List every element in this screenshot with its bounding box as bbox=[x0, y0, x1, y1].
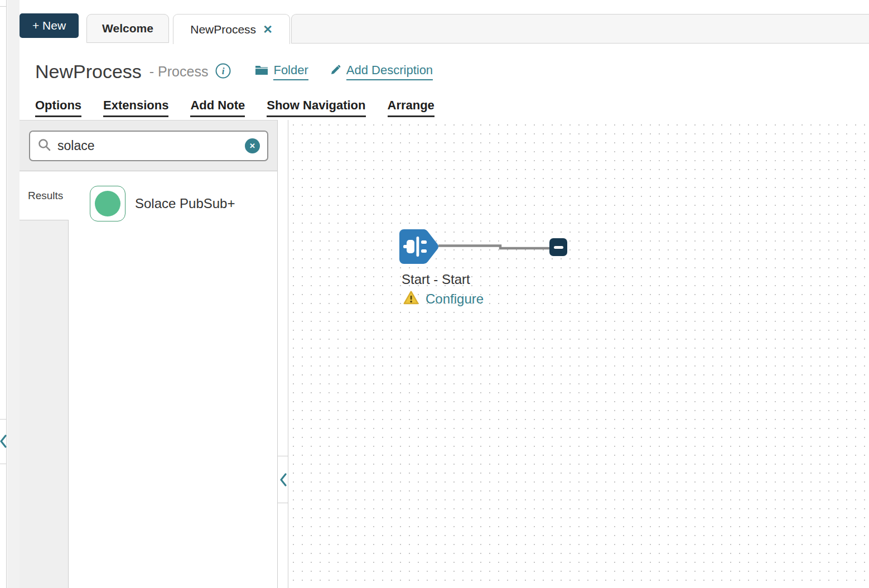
left-panel-rail bbox=[0, 0, 7, 588]
pencil-icon bbox=[330, 64, 341, 79]
divider bbox=[278, 503, 288, 503]
start-shape[interactable] bbox=[399, 229, 439, 264]
results-area: Results Solace PubSub+ bbox=[20, 171, 277, 588]
search-section: ✕ bbox=[20, 120, 277, 171]
search-input[interactable] bbox=[57, 138, 245, 153]
add-description-label: Add Description bbox=[346, 63, 433, 80]
divider bbox=[0, 6, 7, 7]
menu-item-options[interactable]: Options bbox=[35, 98, 81, 117]
page-subtitle: - Process bbox=[149, 64, 209, 80]
rail-background bbox=[20, 220, 69, 588]
svg-text:i: i bbox=[222, 66, 225, 76]
chevron-left-icon bbox=[279, 481, 288, 490]
folder-icon bbox=[255, 64, 268, 79]
menu-item-add-note[interactable]: Add Note bbox=[190, 98, 245, 117]
page-title: NewProcess bbox=[35, 61, 142, 83]
new-button[interactable]: + New bbox=[20, 13, 79, 38]
page-gutter bbox=[7, 0, 20, 588]
connector-line bbox=[438, 243, 550, 251]
tab-welcome[interactable]: Welcome bbox=[86, 14, 169, 43]
clear-search-icon[interactable]: ✕ bbox=[245, 138, 260, 153]
workspace: ✕ Results Solace PubSub+ bbox=[20, 120, 869, 588]
menu-item-show-navigation[interactable]: Show Navigation bbox=[267, 98, 365, 117]
folder-link-label: Folder bbox=[273, 63, 308, 80]
tab-label: Welcome bbox=[102, 22, 153, 35]
result-name: Solace PubSub+ bbox=[135, 196, 235, 211]
configure-link[interactable]: Configure bbox=[426, 291, 484, 307]
configure-row: Configure bbox=[403, 290, 484, 307]
search-box: ✕ bbox=[29, 131, 268, 161]
collapse-sidebar-button[interactable] bbox=[278, 471, 288, 488]
menu-item-arrange[interactable]: Arrange bbox=[388, 98, 434, 117]
rail-item-results[interactable]: Results bbox=[20, 171, 69, 220]
close-icon[interactable]: ✕ bbox=[263, 23, 273, 35]
sidebar-rail: Results bbox=[20, 171, 69, 588]
info-icon: i bbox=[215, 62, 231, 81]
divider bbox=[278, 456, 288, 456]
result-item-solace-pubsub[interactable]: Solace PubSub+ bbox=[90, 186, 277, 221]
tab-strip-filler bbox=[291, 14, 869, 44]
connector-icon bbox=[90, 186, 125, 221]
sidebar-splitter[interactable] bbox=[277, 120, 288, 588]
process-canvas[interactable]: Start - Start Configure bbox=[288, 120, 869, 588]
main-area: + New Welcome NewProcess ✕ NewProcess - … bbox=[20, 0, 869, 588]
menu-bar: Options Extensions Add Note Show Navigat… bbox=[35, 98, 434, 117]
add-description-link[interactable]: Add Description bbox=[330, 63, 433, 80]
warning-icon bbox=[403, 290, 419, 307]
info-button[interactable]: i bbox=[215, 62, 231, 81]
divider bbox=[0, 464, 7, 464]
shapes-sidebar: ✕ Results Solace PubSub+ bbox=[20, 120, 277, 588]
tab-newprocess[interactable]: NewProcess ✕ bbox=[173, 14, 290, 44]
chevron-left-icon bbox=[0, 442, 7, 451]
result-list: Solace PubSub+ bbox=[69, 171, 277, 588]
header: NewProcess - Process i Folder bbox=[35, 57, 433, 86]
divider bbox=[0, 419, 7, 420]
menu-item-extensions[interactable]: Extensions bbox=[103, 98, 168, 117]
folder-link[interactable]: Folder bbox=[255, 63, 308, 80]
connector-endpoint[interactable] bbox=[549, 238, 567, 256]
app-window: + New Welcome NewProcess ✕ NewProcess - … bbox=[0, 0, 869, 588]
minus-icon bbox=[554, 246, 563, 249]
shape-label: Start - Start bbox=[402, 272, 470, 287]
search-icon bbox=[37, 138, 52, 155]
tab-bar: + New Welcome NewProcess ✕ bbox=[20, 0, 869, 44]
green-circle-icon bbox=[95, 191, 120, 216]
expand-left-panel-button[interactable] bbox=[0, 433, 7, 449]
tab-label: NewProcess bbox=[190, 23, 256, 36]
